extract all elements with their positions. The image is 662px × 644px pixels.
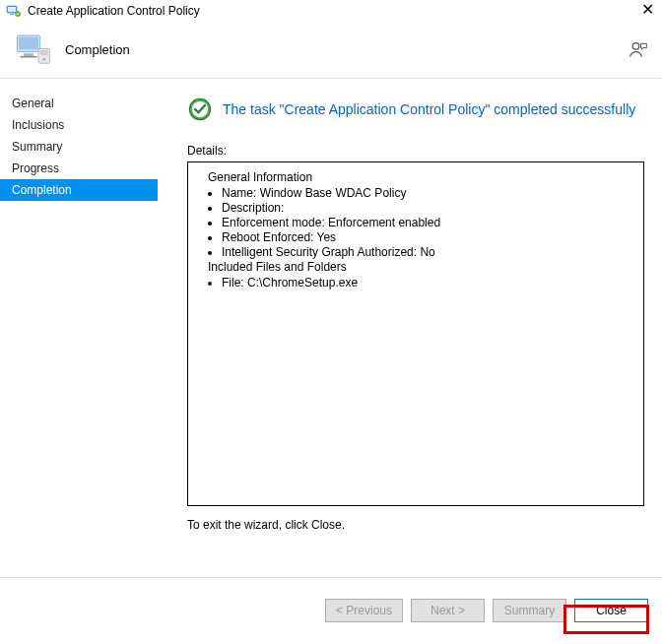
detail-description: Description:: [222, 201, 633, 216]
success-row: The task "Create Application Control Pol…: [187, 97, 644, 122]
details-general-list: Name: Window Base WDAC Policy Descriptio…: [222, 186, 633, 260]
wizard-header: Completion: [0, 22, 662, 79]
wizard-main-panel: The task "Create Application Control Pol…: [158, 79, 662, 577]
detail-isg-authorized: Intelligent Security Graph Authorized: N…: [222, 245, 633, 260]
close-button[interactable]: Close: [574, 599, 648, 622]
details-included-heading: Included Files and Folders: [198, 260, 633, 274]
detail-name: Name: Window Base WDAC Policy: [222, 186, 633, 201]
success-message: The task "Create Application Control Pol…: [223, 101, 635, 117]
details-box: General Information Name: Window Base WD…: [187, 161, 644, 506]
details-general-heading: General Information: [198, 170, 633, 184]
svg-rect-6: [24, 53, 33, 56]
svg-point-10: [43, 57, 45, 60]
sidebar-item-completion[interactable]: Completion: [0, 179, 158, 201]
titlebar: Create Application Control Policy: [0, 0, 662, 22]
next-button: Next >: [411, 599, 485, 622]
svg-point-11: [632, 42, 639, 49]
wizard-steps-sidebar: General Inclusions Summary Progress Comp…: [0, 79, 158, 577]
sidebar-item-progress[interactable]: Progress: [0, 158, 158, 179]
svg-rect-1: [8, 7, 16, 12]
detail-reboot-enforced: Reboot Enforced: Yes: [222, 230, 633, 245]
window-close-button[interactable]: ✕: [641, 2, 654, 18]
svg-rect-7: [21, 55, 37, 57]
details-included-list: File: C:\ChromeSetup.exe: [222, 276, 633, 290]
sidebar-item-general[interactable]: General: [0, 93, 158, 114]
previous-button: < Previous: [325, 599, 403, 622]
titlebar-title: Create Application Control Policy: [28, 4, 200, 18]
user-feedback-icon[interactable]: [629, 40, 648, 60]
exit-instruction: To exit the wizard, click Close.: [187, 518, 644, 532]
svg-rect-2: [10, 14, 14, 15]
sidebar-item-inclusions[interactable]: Inclusions: [0, 114, 158, 136]
wizard-footer: < Previous Next > Summary Close: [0, 577, 662, 642]
svg-rect-5: [19, 36, 38, 48]
success-check-icon: [187, 97, 213, 122]
page-title: Completion: [65, 42, 629, 57]
app-icon: [6, 3, 22, 19]
svg-rect-9: [40, 50, 48, 55]
computer-icon: [14, 31, 53, 70]
sidebar-item-summary[interactable]: Summary: [0, 136, 158, 158]
detail-included-file: File: C:\ChromeSetup.exe: [222, 276, 633, 290]
detail-enforcement-mode: Enforcement mode: Enforcement enabled: [222, 216, 633, 230]
summary-button: Summary: [493, 599, 566, 622]
details-label: Details:: [187, 144, 644, 158]
wizard-body: General Inclusions Summary Progress Comp…: [0, 79, 662, 577]
